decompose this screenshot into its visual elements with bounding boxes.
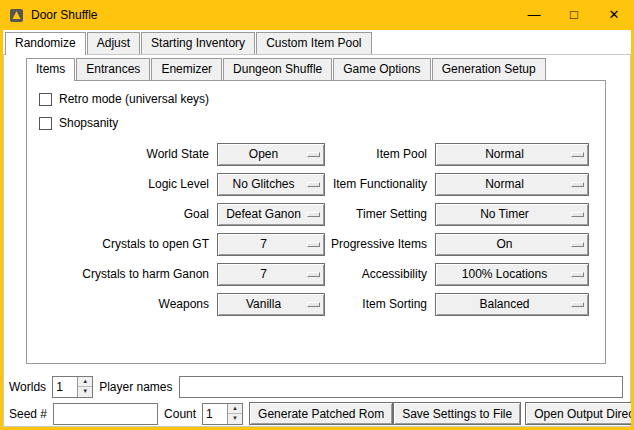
dropdown-indicator-icon — [571, 152, 584, 157]
item-sorting-label: Item Sorting — [325, 297, 435, 311]
item-pool-value: Normal — [440, 147, 569, 161]
outer-tab-bar: Randomize Adjust Starting Inventory Cust… — [5, 32, 373, 54]
dropdown-indicator-icon — [571, 302, 584, 307]
seed-input[interactable] — [53, 403, 158, 425]
checkbox-row-shopsanity[interactable]: Shopsanity — [39, 115, 605, 131]
tab-adjust[interactable]: Adjust — [87, 32, 140, 54]
item-pool-label: Item Pool — [325, 147, 435, 161]
window-controls: — □ ✕ — [514, 0, 634, 30]
goal-value: Defeat Ganon — [222, 207, 305, 221]
item-functionality-value: Normal — [440, 177, 569, 191]
world-state-label: World State — [29, 147, 217, 161]
weapons-value: Vanilla — [222, 297, 305, 311]
dropdown-indicator-icon — [307, 272, 320, 277]
dropdown-indicator-icon — [571, 242, 584, 247]
tab-custom-item-pool[interactable]: Custom Item Pool — [256, 32, 371, 54]
logic-level-label: Logic Level — [29, 177, 217, 191]
timer-setting-label: Timer Setting — [325, 207, 435, 221]
maximize-icon[interactable]: □ — [554, 0, 594, 30]
shopsanity-checkbox[interactable] — [39, 117, 52, 130]
tab-entrances[interactable]: Entrances — [76, 58, 150, 80]
worlds-label: Worlds — [9, 380, 46, 394]
settings-row: Weapons Vanilla Item Sorting Balanced — [27, 289, 605, 319]
count-spinbox[interactable]: ▲ ▼ — [202, 403, 243, 425]
tab-game-options[interactable]: Game Options — [333, 58, 430, 80]
player-names-label: Player names — [99, 380, 172, 394]
crystals-ganon-value: 7 — [222, 267, 305, 281]
randomize-pane: Items Entrances Enemizer Dungeon Shuffle… — [3, 54, 631, 427]
open-output-directory-button[interactable]: Open Output Directory — [525, 402, 631, 425]
goal-label: Goal — [29, 207, 217, 221]
item-pool-dropdown[interactable]: Normal — [435, 143, 589, 166]
progressive-items-label: Progressive Items — [325, 237, 435, 251]
count-label: Count — [164, 407, 196, 421]
settings-row: Logic Level No Glitches Item Functionali… — [27, 169, 605, 199]
dropdown-indicator-icon — [571, 272, 584, 277]
logic-level-value: No Glitches — [222, 177, 305, 191]
window: Door Shuffle — □ ✕ Randomize Adjust Star… — [0, 0, 634, 430]
weapons-dropdown[interactable]: Vanilla — [217, 293, 325, 316]
weapons-label: Weapons — [29, 297, 217, 311]
crystals-ganon-dropdown[interactable]: 7 — [217, 263, 325, 286]
checkbox-row-retro-mode[interactable]: Retro mode (universal keys) — [39, 91, 605, 107]
count-input[interactable] — [203, 404, 227, 424]
logic-level-dropdown[interactable]: No Glitches — [217, 173, 325, 196]
settings-row: Goal Defeat Ganon Timer Setting No Timer — [27, 199, 605, 229]
minimize-icon[interactable]: — — [514, 0, 554, 30]
output-buttons-group: Save Settings to File Open Output Direct… — [393, 402, 631, 425]
tab-items[interactable]: Items — [26, 58, 75, 81]
dropdown-indicator-icon — [307, 182, 320, 187]
settings-grid: World State Open Item Pool Normal Logic … — [27, 139, 605, 319]
dropdown-indicator-icon — [571, 212, 584, 217]
shopsanity-label: Shopsanity — [59, 116, 118, 130]
world-state-value: Open — [222, 147, 305, 161]
dropdown-indicator-icon — [571, 182, 584, 187]
item-functionality-dropdown[interactable]: Normal — [435, 173, 589, 196]
worlds-row: Worlds ▲ ▼ Player names — [9, 375, 625, 398]
worlds-input[interactable] — [53, 377, 77, 397]
crystals-ganon-label: Crystals to harm Ganon — [29, 267, 217, 281]
item-sorting-dropdown[interactable]: Balanced — [435, 293, 589, 316]
dropdown-indicator-icon — [307, 212, 320, 217]
tab-starting-inventory[interactable]: Starting Inventory — [141, 32, 255, 54]
tab-randomize[interactable]: Randomize — [5, 32, 86, 55]
timer-setting-dropdown[interactable]: No Timer — [435, 203, 589, 226]
items-pane: Retro mode (universal keys) Shopsanity W… — [26, 80, 606, 364]
progressive-items-dropdown[interactable]: On — [435, 233, 589, 256]
accessibility-dropdown[interactable]: 100% Locations — [435, 263, 589, 286]
player-names-input[interactable] — [179, 376, 624, 398]
crystals-gt-value: 7 — [222, 237, 305, 251]
crystals-gt-dropdown[interactable]: 7 — [217, 233, 325, 256]
dropdown-indicator-icon — [307, 152, 320, 157]
content-area: Randomize Adjust Starting Inventory Cust… — [3, 30, 631, 427]
worlds-spinbox[interactable]: ▲ ▼ — [52, 376, 93, 398]
settings-row: Crystals to open GT 7 Progressive Items … — [27, 229, 605, 259]
spin-down-icon[interactable]: ▼ — [228, 414, 242, 424]
world-state-dropdown[interactable]: Open — [217, 143, 325, 166]
tab-enemizer[interactable]: Enemizer — [151, 58, 222, 80]
timer-setting-value: No Timer — [440, 207, 569, 221]
dropdown-indicator-icon — [307, 242, 320, 247]
retro-mode-checkbox[interactable] — [39, 93, 52, 106]
spin-down-icon[interactable]: ▼ — [78, 387, 92, 397]
close-icon[interactable]: ✕ — [594, 0, 634, 30]
goal-dropdown[interactable]: Defeat Ganon — [217, 203, 325, 226]
generate-patched-rom-button[interactable]: Generate Patched Rom — [249, 402, 393, 425]
dropdown-indicator-icon — [307, 302, 320, 307]
settings-row: World State Open Item Pool Normal — [27, 139, 605, 169]
tab-dungeon-shuffle[interactable]: Dungeon Shuffle — [223, 58, 332, 80]
spin-up-icon[interactable]: ▲ — [228, 404, 242, 415]
window-title: Door Shuffle — [31, 8, 98, 22]
titlebar: Door Shuffle — □ ✕ — [0, 0, 634, 30]
accessibility-value: 100% Locations — [440, 267, 569, 281]
item-sorting-value: Balanced — [440, 297, 569, 311]
settings-row: Crystals to harm Ganon 7 Accessibility 1… — [27, 259, 605, 289]
accessibility-label: Accessibility — [325, 267, 435, 281]
progressive-items-value: On — [440, 237, 569, 251]
spin-up-icon[interactable]: ▲ — [78, 377, 92, 388]
seed-label: Seed # — [9, 407, 47, 421]
item-functionality-label: Item Functionality — [325, 177, 435, 191]
seed-row: Seed # Count ▲ ▼ Generate Patched Rom — [9, 402, 625, 425]
tab-generation-setup[interactable]: Generation Setup — [432, 58, 546, 80]
save-settings-button[interactable]: Save Settings to File — [393, 402, 521, 425]
